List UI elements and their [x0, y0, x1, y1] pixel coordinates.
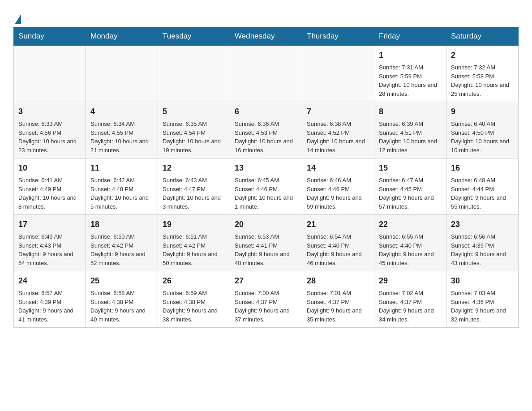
day-number: 21	[307, 218, 369, 231]
sunrise-text: Sunrise: 7:02 AM	[379, 290, 423, 296]
logo	[13, 13, 21, 22]
sunrise-text: Sunrise: 6:53 AM	[235, 233, 279, 240]
sunrise-text: Sunrise: 6:46 AM	[307, 177, 351, 184]
daylight-text: Daylight: 10 hours and 3 minutes.	[163, 194, 221, 210]
daylight-text: Daylight: 10 hours and 8 minutes.	[18, 194, 77, 210]
calendar-cell	[230, 46, 302, 102]
calendar-cell	[302, 46, 374, 102]
day-number: 15	[379, 162, 442, 174]
daylight-text: Daylight: 9 hours and 48 minutes.	[235, 251, 290, 266]
calendar-cell: 28Sunrise: 7:01 AMSunset: 4:37 PMDayligh…	[302, 271, 374, 328]
sunset-text: Sunset: 5:58 PM	[451, 73, 494, 80]
calendar-cell: 20Sunrise: 6:53 AMSunset: 4:41 PMDayligh…	[230, 215, 302, 271]
day-number: 18	[90, 218, 153, 231]
calendar-cell: 19Sunrise: 6:51 AMSunset: 4:42 PMDayligh…	[158, 215, 230, 271]
sunrise-text: Sunrise: 6:54 AM	[307, 233, 351, 240]
calendar-cell: 23Sunrise: 6:56 AMSunset: 4:39 PMDayligh…	[446, 215, 519, 271]
sunrise-text: Sunrise: 6:58 AM	[90, 290, 135, 296]
sunrise-text: Sunrise: 6:41 AM	[18, 177, 63, 184]
day-number: 7	[307, 106, 369, 118]
daylight-text: Daylight: 10 hours and 1 minute.	[235, 194, 293, 210]
day-number: 20	[235, 218, 297, 231]
sunrise-text: Sunrise: 6:40 AM	[451, 120, 495, 127]
calendar-cell: 27Sunrise: 7:00 AMSunset: 4:37 PMDayligh…	[230, 271, 302, 328]
sunset-text: Sunset: 4:44 PM	[451, 186, 494, 193]
calendar-body: 1Sunrise: 7:31 AMSunset: 5:59 PMDaylight…	[14, 46, 519, 328]
daylight-text: Daylight: 9 hours and 45 minutes.	[379, 251, 434, 266]
calendar-cell: 2Sunrise: 7:32 AMSunset: 5:58 PMDaylight…	[446, 46, 519, 102]
calendar-cell: 11Sunrise: 6:42 AMSunset: 4:48 PMDayligh…	[86, 158, 158, 215]
weekday-tuesday: Tuesday	[158, 27, 230, 46]
day-number: 25	[90, 275, 153, 287]
daylight-text: Daylight: 10 hours and 5 minutes.	[90, 194, 149, 210]
day-number: 16	[451, 162, 514, 174]
calendar-cell: 21Sunrise: 6:54 AMSunset: 4:40 PMDayligh…	[302, 215, 374, 271]
sunset-text: Sunset: 4:51 PM	[379, 129, 422, 136]
day-number: 28	[307, 275, 369, 287]
sunrise-text: Sunrise: 6:34 AM	[90, 120, 135, 127]
sunset-text: Sunset: 4:42 PM	[90, 242, 133, 249]
sunrise-text: Sunrise: 6:45 AM	[235, 177, 279, 184]
sunset-text: Sunset: 4:38 PM	[163, 299, 206, 305]
sunrise-text: Sunrise: 6:35 AM	[163, 120, 207, 127]
daylight-text: Daylight: 10 hours and 25 minutes.	[451, 81, 509, 97]
daylight-text: Daylight: 9 hours and 41 minutes.	[18, 307, 73, 323]
sunset-text: Sunset: 4:47 PM	[163, 186, 206, 193]
day-number: 17	[18, 218, 81, 231]
sunset-text: Sunset: 5:59 PM	[379, 73, 422, 80]
calendar-cell: 13Sunrise: 6:45 AMSunset: 4:46 PMDayligh…	[230, 158, 302, 215]
sunset-text: Sunset: 4:45 PM	[379, 186, 422, 193]
day-number: 6	[235, 106, 297, 118]
daylight-text: Daylight: 10 hours and 23 minutes.	[18, 138, 77, 154]
day-number: 14	[307, 162, 369, 174]
sunrise-text: Sunrise: 6:39 AM	[379, 120, 423, 127]
sunset-text: Sunset: 4:48 PM	[90, 186, 133, 193]
calendar-cell	[86, 46, 158, 102]
daylight-text: Daylight: 10 hours and 21 minutes.	[90, 138, 149, 154]
daylight-text: Daylight: 9 hours and 43 minutes.	[451, 251, 506, 266]
sunset-text: Sunset: 4:43 PM	[18, 242, 61, 249]
sunset-text: Sunset: 4:37 PM	[235, 299, 278, 305]
calendar-cell: 25Sunrise: 6:58 AMSunset: 4:38 PMDayligh…	[86, 271, 158, 328]
sunset-text: Sunset: 4:37 PM	[307, 299, 350, 305]
sunset-text: Sunset: 4:39 PM	[451, 242, 494, 249]
weekday-saturday: Saturday	[446, 27, 519, 46]
sunset-text: Sunset: 4:46 PM	[307, 186, 350, 193]
sunset-text: Sunset: 4:39 PM	[18, 299, 61, 305]
day-number: 9	[451, 106, 514, 118]
sunrise-text: Sunrise: 6:47 AM	[379, 177, 423, 184]
weekday-row: SundayMondayTuesdayWednesdayThursdayFrid…	[14, 27, 519, 46]
calendar-cell: 26Sunrise: 6:59 AMSunset: 4:38 PMDayligh…	[158, 271, 230, 328]
sunrise-text: Sunrise: 6:48 AM	[451, 177, 495, 184]
sunrise-text: Sunrise: 6:56 AM	[451, 233, 495, 240]
day-number: 13	[235, 162, 297, 174]
daylight-text: Daylight: 9 hours and 46 minutes.	[307, 251, 362, 266]
weekday-monday: Monday	[86, 27, 158, 46]
calendar-table: SundayMondayTuesdayWednesdayThursdayFrid…	[13, 27, 519, 328]
sunset-text: Sunset: 4:40 PM	[307, 242, 350, 249]
sunset-text: Sunset: 4:42 PM	[163, 242, 206, 249]
daylight-text: Daylight: 9 hours and 52 minutes.	[90, 251, 146, 266]
calendar-cell: 15Sunrise: 6:47 AMSunset: 4:45 PMDayligh…	[374, 158, 446, 215]
sunrise-text: Sunrise: 7:31 AM	[379, 64, 423, 71]
calendar-cell: 3Sunrise: 6:33 AMSunset: 4:56 PMDaylight…	[14, 102, 86, 158]
day-number: 29	[379, 275, 442, 287]
calendar-cell: 16Sunrise: 6:48 AMSunset: 4:44 PMDayligh…	[446, 158, 519, 215]
daylight-text: Daylight: 10 hours and 16 minutes.	[235, 138, 293, 154]
sunset-text: Sunset: 4:55 PM	[90, 129, 133, 136]
calendar-cell: 8Sunrise: 6:39 AMSunset: 4:51 PMDaylight…	[374, 102, 446, 158]
daylight-text: Daylight: 9 hours and 59 minutes.	[307, 194, 362, 210]
weekday-sunday: Sunday	[14, 27, 86, 46]
calendar-cell: 18Sunrise: 6:50 AMSunset: 4:42 PMDayligh…	[86, 215, 158, 271]
day-number: 24	[18, 275, 81, 287]
sunrise-text: Sunrise: 6:33 AM	[18, 120, 63, 127]
day-number: 30	[451, 275, 514, 287]
daylight-text: Daylight: 9 hours and 32 minutes.	[451, 307, 506, 323]
week-row-3: 10Sunrise: 6:41 AMSunset: 4:49 PMDayligh…	[14, 158, 519, 215]
week-row-1: 1Sunrise: 7:31 AMSunset: 5:59 PMDaylight…	[14, 46, 519, 102]
daylight-text: Daylight: 10 hours and 12 minutes.	[379, 138, 437, 154]
day-number: 1	[379, 49, 442, 61]
daylight-text: Daylight: 9 hours and 55 minutes.	[451, 194, 506, 210]
day-number: 23	[451, 218, 514, 231]
sunset-text: Sunset: 4:50 PM	[451, 129, 494, 136]
